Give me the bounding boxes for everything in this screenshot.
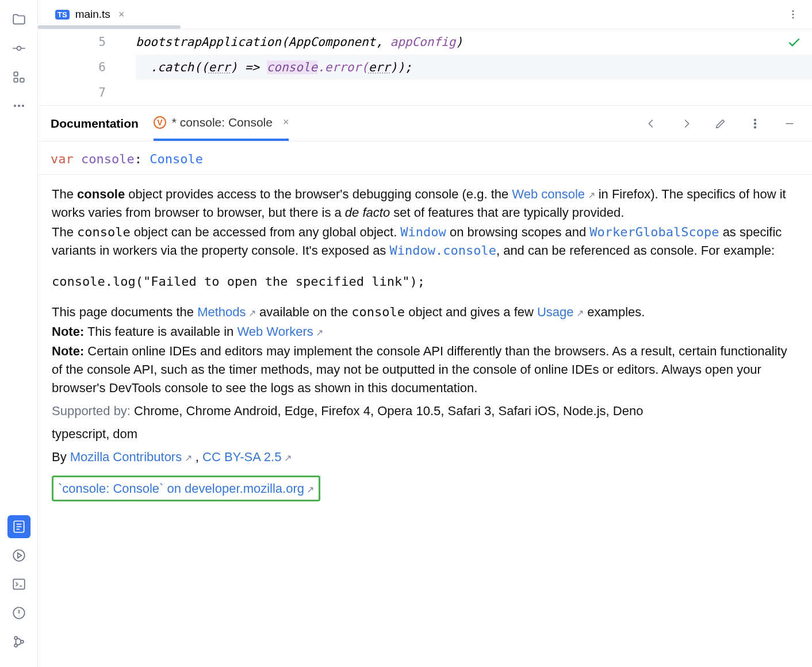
workerglobalscope-link[interactable]: WorkerGlobalScope xyxy=(589,225,719,239)
doc-paragraph: The console object provides access to th… xyxy=(52,185,798,222)
svg-rect-9 xyxy=(13,579,25,589)
license-link[interactable]: CC BY-SA 2.5 xyxy=(202,450,292,464)
options-icon[interactable] xyxy=(745,114,765,133)
svg-point-8 xyxy=(13,550,25,561)
services-icon[interactable] xyxy=(7,544,30,567)
mozilla-contributors-link[interactable]: Mozilla Contributors xyxy=(70,450,192,464)
close-icon[interactable]: × xyxy=(283,116,289,128)
svg-rect-1 xyxy=(14,72,17,75)
doc-paragraph: This page documents the Methods availabl… xyxy=(52,303,798,321)
svg-point-11 xyxy=(14,637,17,639)
variable-icon: V xyxy=(154,116,166,129)
svg-point-6 xyxy=(22,105,24,107)
window-console-link[interactable]: Window.console xyxy=(389,243,496,258)
svg-point-14 xyxy=(792,10,794,12)
close-icon[interactable]: × xyxy=(118,9,125,21)
minimize-icon[interactable] xyxy=(780,114,799,133)
tab-overflow-icon[interactable] xyxy=(784,6,802,23)
external-doc-link-highlight: `console: Console` on developer.mozilla.… xyxy=(52,476,320,502)
line-number: 5 xyxy=(38,29,106,55)
tab-label: main.ts xyxy=(75,8,110,21)
main-area: TS main.ts × 5 6 7 bootstrapApplication(… xyxy=(38,0,812,667)
doctab-label: * console: Console xyxy=(172,116,273,129)
problems-icon[interactable] xyxy=(7,601,30,624)
doc-note: Note: Certain online IDEs and editors ma… xyxy=(52,342,798,397)
svg-point-4 xyxy=(14,105,16,107)
code-line[interactable]: .catch((err) => console.error(err)); xyxy=(136,55,812,80)
code-editor[interactable]: 5 6 7 bootstrapApplication(AppComponent,… xyxy=(38,29,812,106)
svg-rect-2 xyxy=(14,78,17,82)
svg-point-19 xyxy=(754,126,756,128)
inspections-ok-icon[interactable] xyxy=(787,35,802,52)
doc-paragraph: The console object can be accessed from … xyxy=(52,223,798,260)
structure-icon[interactable] xyxy=(7,66,30,89)
line-number: 6 xyxy=(38,55,106,80)
mdn-external-link[interactable]: `console: Console` on developer.mozilla.… xyxy=(58,481,314,496)
tags: typescript, dom xyxy=(52,425,798,443)
svg-point-15 xyxy=(792,14,794,16)
documentation-toolbar: Documentation V * console: Console × xyxy=(38,106,812,141)
code-area[interactable]: bootstrapApplication(AppComponent, appCo… xyxy=(136,29,812,105)
supported-by: Supported by: Chrome, Chrome Android, Ed… xyxy=(52,402,798,420)
edit-icon[interactable] xyxy=(711,114,730,133)
doc-note: Note: This feature is available in Web W… xyxy=(52,323,798,341)
folder-icon[interactable] xyxy=(7,8,30,31)
svg-point-13 xyxy=(20,641,23,643)
line-number: 7 xyxy=(38,80,106,105)
svg-point-0 xyxy=(17,47,21,51)
code-line[interactable]: bootstrapApplication(AppComponent, appCo… xyxy=(136,29,812,55)
commit-icon[interactable] xyxy=(7,37,30,60)
svg-point-18 xyxy=(754,122,756,124)
left-sidebar xyxy=(0,0,38,667)
signature: var console: Console xyxy=(38,141,812,175)
gutter: 5 6 7 xyxy=(38,29,136,105)
svg-point-5 xyxy=(18,105,20,107)
usage-link[interactable]: Usage xyxy=(537,305,584,319)
documentation-tab-header[interactable]: Documentation xyxy=(51,106,139,141)
documentation-tab-console[interactable]: V * console: Console × xyxy=(154,106,289,141)
web-workers-link[interactable]: Web Workers xyxy=(237,324,323,339)
forward-icon[interactable] xyxy=(676,114,696,133)
svg-point-12 xyxy=(14,644,17,647)
more-icon[interactable] xyxy=(7,94,30,117)
window-link[interactable]: Window xyxy=(400,225,446,239)
documentation-body[interactable]: The console object provides access to th… xyxy=(38,175,812,667)
code-line[interactable] xyxy=(136,80,812,105)
methods-link[interactable]: Methods xyxy=(197,305,256,319)
editor-tabbar: TS main.ts × xyxy=(38,0,812,29)
svg-point-16 xyxy=(792,17,794,18)
web-console-link[interactable]: Web console xyxy=(512,187,595,201)
attribution: By Mozilla Contributors , CC BY-SA 2.5 xyxy=(52,448,798,466)
svg-rect-3 xyxy=(20,78,24,82)
ts-badge-icon: TS xyxy=(55,10,70,20)
code-sample: console.log("Failed to open the specifie… xyxy=(52,273,798,291)
svg-point-17 xyxy=(754,119,756,121)
editor-tab-main-ts[interactable]: TS main.ts × xyxy=(49,5,130,24)
vcs-icon[interactable] xyxy=(7,630,30,653)
back-icon[interactable] xyxy=(642,114,661,133)
documentation-tool-icon[interactable] xyxy=(7,515,30,538)
terminal-icon[interactable] xyxy=(7,573,30,596)
